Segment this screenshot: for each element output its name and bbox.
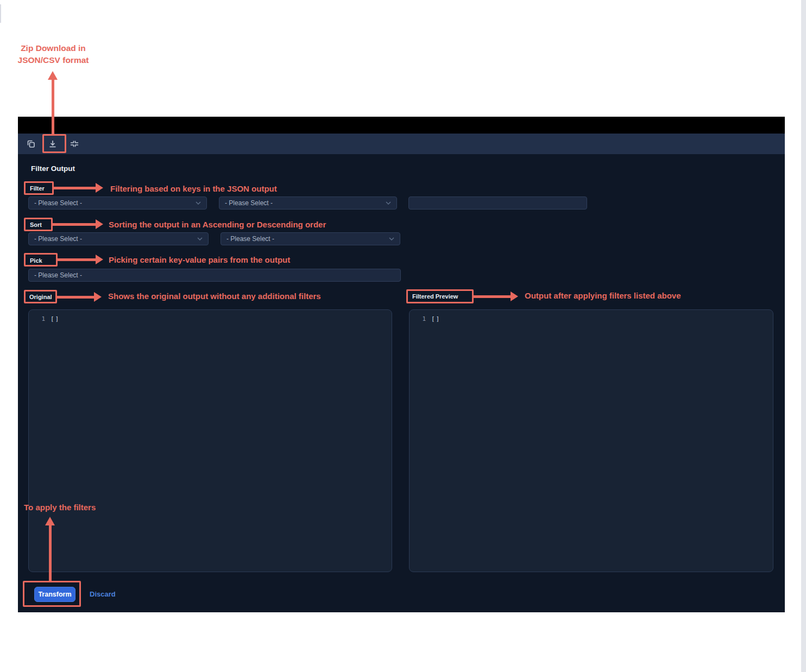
line-number: 1	[40, 315, 45, 322]
arrow-stem	[54, 187, 96, 189]
chevron-down-icon	[197, 237, 203, 240]
filter-operator-select[interactable]: - Please Select -	[219, 196, 397, 210]
pick-keys-select-value: - Please Select -	[34, 271, 82, 279]
line-number: 1	[420, 315, 426, 322]
discard-link[interactable]: Discard	[90, 590, 116, 598]
sort-order-select[interactable]: - Please Select -	[221, 232, 400, 245]
filter-key-select[interactable]: - Please Select -	[28, 196, 207, 210]
sort-order-select-value: - Please Select -	[226, 235, 274, 243]
arrow-stem	[474, 295, 511, 298]
highlight-box-filter	[24, 181, 54, 195]
arrow-right-head	[96, 255, 103, 264]
highlight-box-pick	[24, 253, 58, 267]
highlight-box-download	[42, 134, 66, 153]
filtered-preview-editor[interactable]: 1 []	[409, 309, 773, 572]
arrow-right-head	[511, 291, 518, 301]
filter-value-input[interactable]	[408, 196, 587, 210]
annotation-pick: Picking certain key-value pairs from the…	[109, 254, 290, 266]
arrow-stem	[49, 525, 52, 581]
annotation-original: Shows the original output without any ad…	[108, 290, 321, 302]
scrollbar-track[interactable]	[801, 0, 806, 672]
highlight-box-transform	[23, 581, 81, 607]
code-content: []	[51, 315, 60, 322]
chevron-down-icon	[389, 237, 394, 240]
annotation-zip-download: Zip Download in JSON/CSV format	[10, 42, 97, 67]
highlight-box-sort	[24, 218, 53, 231]
pick-keys-select[interactable]: - Please Select -	[28, 269, 401, 282]
highlight-box-original	[24, 290, 57, 303]
arrow-stem	[53, 223, 96, 226]
page-title: Filter Output	[31, 164, 75, 173]
annotation-apply-filters: To apply the filters	[24, 502, 96, 513]
collapse-icon	[70, 139, 79, 149]
collapse-button[interactable]	[68, 137, 81, 150]
chevron-down-icon	[386, 201, 391, 205]
copy-button[interactable]	[24, 137, 37, 150]
original-output-editor[interactable]: 1 []	[28, 309, 392, 572]
arrow-up-head	[45, 517, 55, 525]
page-edge-line	[0, 4, 1, 23]
arrow-right-head	[96, 183, 103, 193]
arrow-right-head	[96, 219, 103, 229]
arrow-up-head	[48, 71, 58, 80]
chevron-down-icon	[196, 201, 201, 205]
annotation-zip-line2: JSON/CSV format	[10, 54, 97, 66]
filter-operator-select-value: - Please Select -	[225, 199, 273, 207]
sort-key-select[interactable]: - Please Select -	[28, 232, 209, 245]
arrow-stem	[52, 79, 54, 134]
annotation-filter: Filtering based on keys in the JSON outp…	[110, 183, 277, 195]
sort-key-select-value: - Please Select -	[34, 235, 82, 243]
copy-icon	[26, 139, 36, 149]
window-top-bar	[18, 117, 785, 134]
arrow-stem	[57, 296, 95, 299]
annotation-filtered-preview: Output after applying filters listed abo…	[525, 290, 681, 302]
toolbar	[18, 134, 785, 154]
editor-line: 1 []	[29, 310, 392, 322]
annotation-zip-line1: Zip Download in	[10, 42, 97, 54]
highlight-box-filtered-preview	[406, 289, 474, 303]
filter-key-select-value: - Please Select -	[34, 199, 82, 207]
editor-line: 1 []	[410, 310, 773, 322]
annotation-sort: Sorting the output in an Ascending or De…	[109, 219, 326, 231]
arrow-right-head	[94, 292, 102, 302]
arrow-stem	[58, 258, 96, 261]
code-content: []	[431, 315, 440, 322]
